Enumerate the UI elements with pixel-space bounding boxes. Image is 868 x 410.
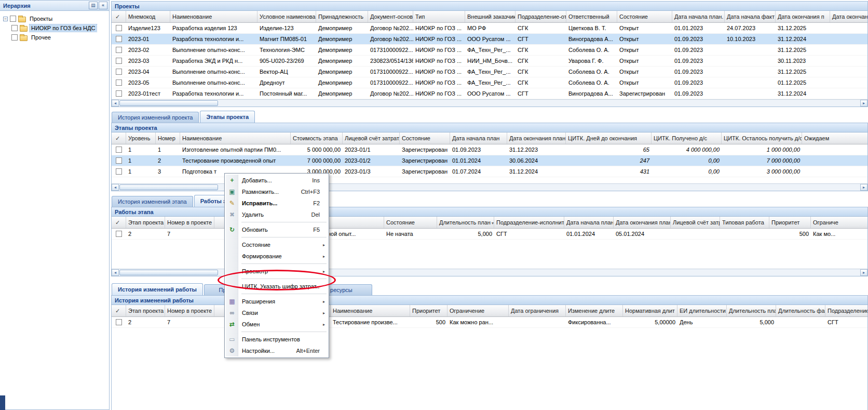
column-header[interactable]: Состояние	[617, 11, 672, 22]
scrollbar-thumb[interactable]	[119, 100, 218, 106]
column-header[interactable]: ЕИ длительности	[677, 305, 727, 316]
locate-icon[interactable]: ▤	[89, 2, 98, 9]
column-header[interactable]: Ответственный	[566, 11, 617, 22]
table-row[interactable]: Изделие123Разработка изделия 123Изделие-…	[112, 23, 867, 34]
column-header[interactable]: Уровень	[126, 133, 156, 144]
column-header[interactable]: ЦИТК. Осталось получить д/с	[722, 133, 802, 144]
projects-horizontal-scrollbar[interactable]: ◂ ▸	[112, 99, 867, 107]
scrollbar-thumb[interactable]	[119, 270, 218, 275]
row-checkbox[interactable]	[116, 231, 122, 237]
column-header[interactable]: Приоритет	[410, 305, 447, 316]
row-checkbox[interactable]	[116, 157, 122, 164]
column-header[interactable]: Состояние	[400, 133, 450, 144]
column-header[interactable]: Стоимость этапа	[291, 133, 343, 144]
column-header[interactable]: Дата окончания план	[507, 133, 566, 144]
scroll-right-icon[interactable]: ▸	[860, 184, 867, 191]
column-header[interactable]: Номер в проекте	[165, 217, 214, 228]
column-header[interactable]: Состояние	[384, 217, 437, 228]
column-header[interactable]: Длительность пла	[727, 305, 776, 316]
column-header[interactable]: ✓	[112, 217, 126, 228]
column-header[interactable]: Дата окончания план	[614, 217, 671, 228]
row-checkbox[interactable]	[116, 25, 122, 31]
row-checkbox[interactable]	[116, 147, 122, 153]
column-header[interactable]: Этап проекта	[126, 305, 165, 316]
menu-item[interactable]: Просмотр▸	[226, 266, 328, 277]
row-checkbox[interactable]	[116, 36, 122, 42]
column-header[interactable]: Дата окончания п	[776, 11, 830, 22]
column-header[interactable]: Номер	[156, 133, 180, 144]
column-header[interactable]: ЦИТК. Дней до окончания	[566, 133, 652, 144]
row-checkbox[interactable]	[116, 168, 122, 175]
row-checkbox[interactable]	[116, 58, 122, 64]
table-row[interactable]: 2023-05Выполнение опытно-конс...Дредноут…	[112, 77, 867, 88]
menu-item[interactable]: ЦИТК. Указать шифр затрат...	[226, 281, 328, 292]
column-header[interactable]: ✓	[112, 133, 126, 144]
tree-item[interactable]: Прочее	[1, 33, 108, 42]
column-header[interactable]: Дата начала план	[450, 133, 507, 144]
column-header[interactable]: Длительность фак	[776, 305, 825, 316]
column-header[interactable]: Длительность план▾	[437, 217, 494, 228]
column-header[interactable]: Условное наименова	[257, 11, 316, 22]
column-header[interactable]: Дата начала план.	[672, 11, 725, 22]
menu-item[interactable]: Формирование▸	[226, 250, 328, 262]
table-row[interactable]: 2023-04Выполнение опытно-конс...Вектор-А…	[112, 67, 867, 77]
tree-item[interactable]: НИОКР по ГОЗ без НДС	[1, 23, 108, 33]
column-header[interactable]: ЦИТК. Получено д/с	[652, 133, 722, 144]
row-checkbox[interactable]	[116, 69, 122, 75]
tree-item[interactable]: −Проекты	[1, 14, 108, 23]
row-checkbox[interactable]	[116, 319, 122, 325]
table-row[interactable]: 2023-01тестРазработка технологии и...Пос…	[112, 88, 867, 99]
column-header[interactable]: Дата начала факт	[725, 11, 776, 22]
column-header[interactable]: ✓	[112, 305, 126, 316]
scroll-right-icon[interactable]: ▸	[860, 100, 867, 107]
column-header[interactable]: Подразделение-исполнитель.	[494, 217, 564, 228]
column-header[interactable]: Изменение длите	[566, 305, 623, 316]
table-row[interactable]: 12Тестирование произведенной опыт7 000 0…	[112, 155, 867, 166]
menu-item[interactable]: ∞Связи▸	[226, 307, 328, 319]
column-header[interactable]: Лицевой счёт затрат.	[343, 133, 400, 144]
column-header[interactable]: Приоритет	[769, 217, 811, 228]
expander-icon[interactable]: −	[3, 17, 8, 21]
tab[interactable]: История изменений этапа	[112, 196, 193, 207]
column-header[interactable]: Наименование	[180, 133, 291, 144]
column-header[interactable]: Мнемокод	[126, 11, 170, 22]
column-header[interactable]: Нормативная длит	[623, 305, 677, 316]
row-checkbox[interactable]	[116, 80, 122, 86]
tree-checkbox[interactable]	[11, 34, 18, 41]
tree-checkbox[interactable]	[11, 25, 18, 31]
column-header[interactable]: Ограничение	[447, 305, 509, 316]
column-header[interactable]: Принадлежность	[316, 11, 368, 22]
column-header[interactable]: Этап проекта	[126, 217, 165, 228]
column-header[interactable]: Документ-основан	[368, 11, 413, 22]
tab[interactable]: История изменений проекта	[112, 112, 199, 123]
tab[interactable]: История изменений работы	[112, 283, 203, 295]
menu-item[interactable]: +Добавить...Ins	[226, 175, 328, 186]
row-checkbox[interactable]	[116, 90, 122, 97]
column-header[interactable]: Дата ограничения	[509, 305, 566, 316]
tab[interactable]: Этапы проекта	[200, 111, 255, 123]
table-row[interactable]: 11Изготовление опытной партии ПМ0...5 00…	[112, 144, 867, 155]
column-header[interactable]: Лицевой счёт затр	[671, 217, 720, 228]
menu-item[interactable]: ✎Исправить...F2	[226, 197, 328, 209]
column-header[interactable]: Дата начала план.	[564, 217, 614, 228]
scroll-left-icon[interactable]: ◂	[112, 269, 119, 276]
column-header[interactable]: Ожидаем	[802, 133, 868, 144]
table-row[interactable]: 2023-02Выполнение опытно-конс...Технолог…	[112, 45, 867, 56]
scroll-right-icon[interactable]: ▸	[860, 269, 867, 276]
menu-item[interactable]: Состояние▸	[226, 239, 328, 250]
column-header[interactable]: Дата окончания	[830, 11, 868, 22]
column-header[interactable]: Внешний заказчик	[465, 11, 516, 22]
menu-item[interactable]: ⇄Обмен▸	[226, 319, 328, 330]
menu-item[interactable]: ▭Панель инструментов	[226, 334, 328, 345]
collapse-panel-icon[interactable]: «	[99, 2, 107, 9]
column-header[interactable]: ✓	[112, 11, 126, 22]
column-header[interactable]: Наименование	[170, 11, 257, 22]
column-header[interactable]: Номер в проекте	[165, 305, 214, 316]
scrollbar-thumb[interactable]	[119, 184, 218, 190]
tree-checkbox[interactable]	[10, 16, 16, 22]
menu-item[interactable]: ▦Расширения▸	[226, 296, 328, 307]
menu-item[interactable]: ⚙Настройки...Alt+Enter	[226, 345, 328, 356]
table-row[interactable]: 2023-03Разработка ЭКД и РКД н...905-U020…	[112, 56, 867, 67]
column-header[interactable]: Тип	[413, 11, 465, 22]
column-header[interactable]: Наименование	[331, 305, 410, 316]
